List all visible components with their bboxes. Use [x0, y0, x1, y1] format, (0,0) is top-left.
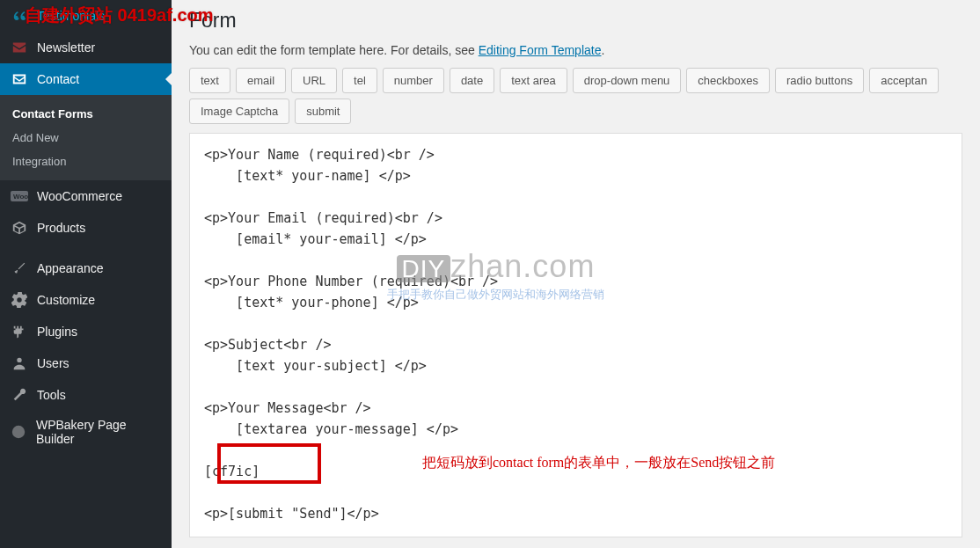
- brush-icon: [11, 259, 28, 277]
- sidebar-item-products[interactable]: Products: [0, 212, 172, 244]
- sidebar-item-plugins[interactable]: Plugins: [0, 316, 172, 347]
- tag-btn-URL[interactable]: URL: [291, 68, 337, 93]
- tag-btn-tel[interactable]: tel: [342, 68, 377, 93]
- sidebar-item-newsletter[interactable]: Newsletter: [0, 32, 172, 63]
- woo-icon: Woo: [11, 187, 28, 205]
- sidebar-item-woocommerce[interactable]: Woo WooCommerce: [0, 180, 172, 212]
- wpb-icon: [11, 423, 27, 441]
- mail-icon: [11, 39, 28, 56]
- sidebar-label: Plugins: [37, 325, 77, 339]
- sidebar-label: Tools: [37, 388, 66, 402]
- tag-btn-number[interactable]: number: [383, 68, 444, 93]
- tag-btn-checkboxes[interactable]: checkboxes: [686, 68, 770, 93]
- gear-icon: [11, 291, 28, 309]
- sidebar-label: Newsletter: [37, 40, 95, 55]
- sidebar-item-appearance[interactable]: Appearance: [0, 252, 172, 284]
- annotation-text: 把短码放到contact form的表单中，一般放在Send按钮之前: [422, 454, 775, 472]
- sidebar-label: Customize: [37, 293, 95, 307]
- user-icon: [11, 354, 28, 372]
- tag-buttons-row: textemailURLtelnumberdatetext areadrop-d…: [189, 68, 962, 124]
- tag-btn-email[interactable]: email: [236, 68, 286, 93]
- tag-btn-Image-Captcha[interactable]: Image Captcha: [189, 99, 289, 124]
- submenu-integration[interactable]: Integration: [0, 150, 172, 173]
- sidebar-label: Products: [37, 221, 85, 235]
- sidebar-label: Testimonials: [37, 9, 105, 23]
- tag-btn-date[interactable]: date: [450, 68, 494, 93]
- sidebar-item-customize[interactable]: Customize: [0, 284, 172, 316]
- envelope-icon: [11, 70, 28, 88]
- sidebar-label: Appearance: [37, 261, 104, 275]
- form-template-textarea[interactable]: <p>Your Name (required)<br /> [text* you…: [189, 133, 962, 537]
- tag-btn-radio-buttons[interactable]: radio buttons: [775, 68, 864, 93]
- box-icon: [11, 219, 28, 237]
- sidebar-label: Users: [37, 356, 69, 370]
- wrench-icon: [11, 386, 28, 404]
- panel-title: Form: [189, 9, 962, 33]
- sidebar-item-tools[interactable]: Tools: [0, 379, 172, 411]
- sidebar-item-testimonials[interactable]: Testimonials: [0, 0, 172, 32]
- submenu-contact-forms[interactable]: Contact Forms: [0, 102, 172, 126]
- quote-icon: [11, 7, 28, 25]
- sidebar-item-users[interactable]: Users: [0, 347, 172, 379]
- plug-icon: [11, 323, 28, 340]
- sidebar-label: WooCommerce: [37, 189, 122, 203]
- sidebar-submenu: Contact Forms Add New Integration: [0, 95, 172, 180]
- help-text: You can edit the form template here. For…: [189, 43, 962, 57]
- help-link[interactable]: Editing Form Template: [479, 43, 602, 57]
- sidebar-label: Contact: [37, 72, 79, 86]
- tag-btn-drop-down-menu[interactable]: drop-down menu: [573, 68, 682, 93]
- tag-btn-submit[interactable]: submit: [295, 99, 351, 124]
- svg-point-2: [12, 426, 25, 438]
- tag-btn-text[interactable]: text: [189, 68, 230, 93]
- tag-btn-text-area[interactable]: text area: [500, 68, 567, 93]
- svg-text:Woo: Woo: [13, 193, 28, 201]
- sidebar-item-contact[interactable]: Contact: [0, 63, 172, 95]
- admin-sidebar: Testimonials Newsletter Contact Contact …: [0, 0, 172, 548]
- tag-btn-acceptan[interactable]: acceptan: [869, 68, 939, 93]
- sidebar-label: WPBakery Page Builder: [36, 418, 161, 446]
- sidebar-item-wpbakery[interactable]: WPBakery Page Builder: [0, 411, 172, 453]
- submenu-add-new[interactable]: Add New: [0, 126, 172, 150]
